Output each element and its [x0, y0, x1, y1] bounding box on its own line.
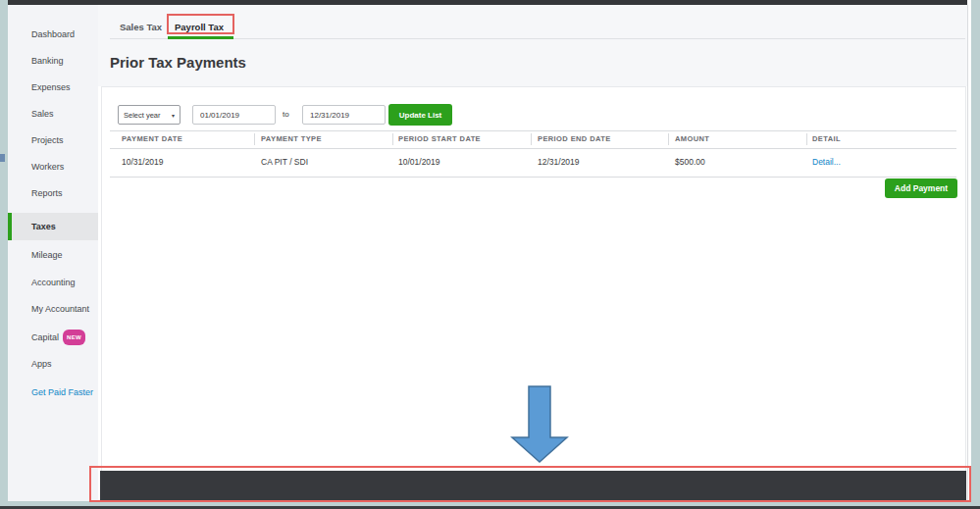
- column-divider: [668, 133, 669, 145]
- annotation-down-arrow: [505, 384, 574, 465]
- sidebar-item-banking[interactable]: Banking: [8, 54, 98, 68]
- column-divider: [531, 133, 532, 145]
- sidebar: Dashboard Banking Expenses Sales Project…: [8, 5, 98, 501]
- tab-sales-tax[interactable]: Sales Tax: [120, 22, 162, 32]
- to-label: to: [283, 110, 289, 119]
- table-top-border: [110, 130, 956, 131]
- annotation-red-box-payroll-tab: [167, 14, 234, 34]
- active-tab-underline: [168, 36, 233, 39]
- col-header-period-end-date: PERIOD END DATE: [538, 134, 611, 143]
- cell-amount: $500.00: [675, 157, 705, 167]
- column-divider: [392, 133, 393, 145]
- detail-link[interactable]: Detail...: [812, 157, 841, 167]
- sidebar-item-capital[interactable]: CapitalNEW: [8, 330, 98, 343]
- page-title: Prior Tax Payments: [110, 54, 246, 71]
- cell-payment-date: 10/31/2019: [122, 157, 164, 167]
- column-divider: [806, 133, 807, 145]
- sidebar-item-dashboard[interactable]: Dashboard: [8, 27, 98, 41]
- sidebar-item-projects[interactable]: Projects: [8, 133, 98, 147]
- start-date-input[interactable]: [192, 105, 276, 125]
- sidebar-item-expenses[interactable]: Expenses: [8, 80, 98, 94]
- window-frame-left: [0, 0, 8, 506]
- end-date-input[interactable]: [302, 105, 386, 125]
- sidebar-item-sales[interactable]: Sales: [8, 107, 98, 121]
- update-list-button[interactable]: Update List: [388, 104, 452, 126]
- table-header-border: [110, 148, 956, 149]
- col-header-period-start-date: PERIOD START DATE: [398, 134, 481, 143]
- sidebar-item-taxes[interactable]: Taxes: [8, 213, 98, 240]
- table-row-border: [110, 177, 956, 178]
- sidebar-item-accounting[interactable]: Accounting: [8, 276, 98, 289]
- col-header-payment-type: PAYMENT TYPE: [261, 134, 322, 143]
- app-window: Dashboard Banking Expenses Sales Project…: [0, 0, 980, 509]
- sidebar-item-apps[interactable]: Apps: [8, 357, 98, 371]
- column-divider: [254, 133, 255, 145]
- add-payment-button[interactable]: Add Payment: [885, 178, 957, 198]
- annotation-red-box-bottom: [89, 466, 971, 502]
- cell-period-end-date: 12/31/2019: [538, 157, 580, 167]
- sidebar-item-mileage[interactable]: Mileage: [8, 248, 98, 262]
- sidebar-item-label: Capital: [31, 332, 59, 342]
- cell-period-start-date: 10/01/2019: [398, 157, 440, 167]
- col-header-detail: DETAIL: [812, 134, 841, 143]
- sidebar-item-get-paid-faster[interactable]: Get Paid Faster: [8, 385, 98, 399]
- sidebar-item-reports[interactable]: Reports: [8, 186, 98, 200]
- left-edge-marker: [0, 154, 5, 162]
- sidebar-item-workers[interactable]: Workers: [8, 160, 98, 174]
- col-header-amount: AMOUNT: [675, 134, 709, 143]
- new-badge: NEW: [63, 330, 85, 345]
- sidebar-item-my-accountant[interactable]: My Accountant: [8, 302, 98, 316]
- scrollbar-track[interactable]: [967, 5, 968, 501]
- year-select-dropdown[interactable]: Select year ▾: [118, 105, 181, 125]
- col-header-payment-date: PAYMENT DATE: [122, 134, 182, 143]
- tab-bar-divider: [110, 38, 965, 39]
- chevron-down-icon: ▾: [172, 112, 175, 119]
- year-select-value: Select year: [124, 111, 161, 120]
- window-frame-right: [971, 0, 980, 506]
- cell-payment-type: CA PIT / SDI: [261, 157, 308, 167]
